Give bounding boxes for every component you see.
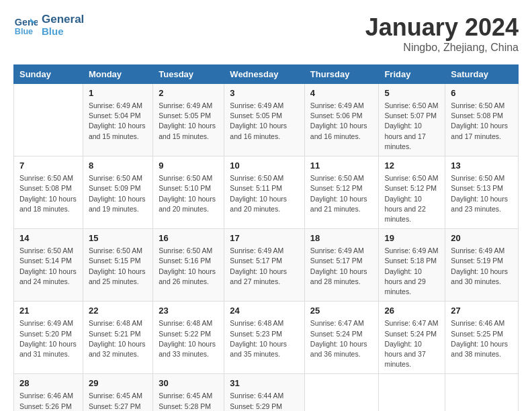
day-info: Sunrise: 6:50 AMSunset: 5:14 PMDaylight:… [19, 246, 77, 287]
day-info: Sunrise: 6:46 AMSunset: 5:25 PMDaylight:… [451, 318, 513, 359]
day-info: Sunrise: 6:50 AMSunset: 5:08 PMDaylight:… [19, 173, 77, 214]
header-sunday: Sunday [14, 65, 83, 84]
calendar-cell: 30Sunrise: 6:45 AMSunset: 5:28 PMDayligh… [153, 374, 224, 411]
day-info: Sunrise: 6:50 AMSunset: 5:12 PMDaylight:… [310, 173, 373, 214]
day-number: 10 [230, 161, 299, 171]
calendar-cell: 7Sunrise: 6:50 AMSunset: 5:08 PMDaylight… [14, 156, 83, 229]
calendar-cell: 31Sunrise: 6:44 AMSunset: 5:29 PMDayligh… [224, 374, 305, 411]
calendar-cell: 17Sunrise: 6:49 AMSunset: 5:17 PMDayligh… [224, 229, 305, 302]
main-title: January 2024 [365, 13, 519, 42]
calendar-cell: 3Sunrise: 6:49 AMSunset: 5:05 PMDaylight… [224, 84, 305, 156]
day-number: 22 [89, 306, 147, 316]
calendar-cell: 13Sunrise: 6:50 AMSunset: 5:13 PMDayligh… [445, 156, 519, 229]
calendar-cell: 12Sunrise: 6:50 AMSunset: 5:12 PMDayligh… [379, 156, 445, 229]
calendar-cell [304, 374, 379, 411]
calendar-header-row: SundayMondayTuesdayWednesdayThursdayFrid… [14, 65, 519, 84]
calendar-cell: 10Sunrise: 6:50 AMSunset: 5:11 PMDayligh… [224, 156, 305, 229]
header-friday: Friday [379, 65, 445, 84]
subtitle: Ningbo, Zhejiang, China [365, 42, 519, 54]
day-number: 19 [384, 233, 439, 243]
day-info: Sunrise: 6:49 AMSunset: 5:19 PMDaylight:… [451, 246, 513, 287]
day-info: Sunrise: 6:50 AMSunset: 5:16 PMDaylight:… [159, 246, 218, 287]
day-info: Sunrise: 6:47 AMSunset: 5:24 PMDaylight:… [384, 318, 439, 369]
day-number: 4 [310, 88, 373, 98]
day-number: 17 [230, 233, 299, 243]
calendar-cell: 20Sunrise: 6:49 AMSunset: 5:19 PMDayligh… [445, 229, 519, 302]
day-info: Sunrise: 6:47 AMSunset: 5:24 PMDaylight:… [310, 318, 373, 359]
calendar-cell: 8Sunrise: 6:50 AMSunset: 5:09 PMDaylight… [83, 156, 152, 229]
calendar-cell: 25Sunrise: 6:47 AMSunset: 5:24 PMDayligh… [304, 302, 379, 374]
day-info: Sunrise: 6:49 AMSunset: 5:05 PMDaylight:… [230, 101, 299, 142]
day-number: 26 [384, 306, 439, 316]
calendar-cell: 26Sunrise: 6:47 AMSunset: 5:24 PMDayligh… [379, 302, 445, 374]
day-info: Sunrise: 6:48 AMSunset: 5:21 PMDaylight:… [89, 318, 147, 359]
calendar-cell: 29Sunrise: 6:45 AMSunset: 5:27 PMDayligh… [83, 374, 152, 411]
day-number: 27 [451, 306, 513, 316]
calendar-cell: 2Sunrise: 6:49 AMSunset: 5:05 PMDaylight… [153, 84, 224, 156]
day-info: Sunrise: 6:49 AMSunset: 5:04 PMDaylight:… [89, 101, 147, 142]
day-number: 7 [19, 161, 77, 171]
day-info: Sunrise: 6:50 AMSunset: 5:15 PMDaylight:… [89, 246, 147, 287]
day-number: 12 [384, 161, 439, 171]
header-wednesday: Wednesday [224, 65, 305, 84]
day-info: Sunrise: 6:45 AMSunset: 5:28 PMDaylight:… [159, 391, 218, 411]
day-info: Sunrise: 6:50 AMSunset: 5:11 PMDaylight:… [230, 173, 299, 214]
calendar-cell: 28Sunrise: 6:46 AMSunset: 5:26 PMDayligh… [14, 374, 83, 411]
header-thursday: Thursday [304, 65, 379, 84]
day-info: Sunrise: 6:49 AMSunset: 5:17 PMDaylight:… [230, 246, 299, 287]
week-row-0: 1Sunrise: 6:49 AMSunset: 5:04 PMDaylight… [14, 84, 519, 156]
logo-icon: General Blue [13, 13, 38, 38]
day-info: Sunrise: 6:50 AMSunset: 5:13 PMDaylight:… [451, 173, 513, 214]
day-info: Sunrise: 6:49 AMSunset: 5:18 PMDaylight:… [384, 246, 439, 297]
calendar-cell: 18Sunrise: 6:49 AMSunset: 5:17 PMDayligh… [304, 229, 379, 302]
calendar-cell: 1Sunrise: 6:49 AMSunset: 5:04 PMDaylight… [83, 84, 152, 156]
day-info: Sunrise: 6:45 AMSunset: 5:27 PMDaylight:… [89, 391, 147, 411]
calendar-cell: 9Sunrise: 6:50 AMSunset: 5:10 PMDaylight… [153, 156, 224, 229]
day-info: Sunrise: 6:44 AMSunset: 5:29 PMDaylight:… [230, 391, 299, 411]
week-row-4: 28Sunrise: 6:46 AMSunset: 5:26 PMDayligh… [14, 374, 519, 411]
day-number: 13 [451, 161, 513, 171]
day-info: Sunrise: 6:48 AMSunset: 5:22 PMDaylight:… [159, 318, 218, 359]
svg-text:Blue: Blue [15, 27, 33, 36]
week-row-1: 7Sunrise: 6:50 AMSunset: 5:08 PMDaylight… [14, 156, 519, 229]
calendar-cell: 5Sunrise: 6:50 AMSunset: 5:07 PMDaylight… [379, 84, 445, 156]
calendar-table: SundayMondayTuesdayWednesdayThursdayFrid… [13, 64, 519, 411]
week-row-2: 14Sunrise: 6:50 AMSunset: 5:14 PMDayligh… [14, 229, 519, 302]
header: General Blue General Blue January 2024 N… [13, 13, 519, 54]
day-number: 6 [451, 88, 513, 98]
calendar-cell: 23Sunrise: 6:48 AMSunset: 5:22 PMDayligh… [153, 302, 224, 374]
day-number: 9 [159, 161, 218, 171]
calendar-cell: 22Sunrise: 6:48 AMSunset: 5:21 PMDayligh… [83, 302, 152, 374]
day-number: 31 [230, 378, 299, 388]
calendar-cell: 6Sunrise: 6:50 AMSunset: 5:08 PMDaylight… [445, 84, 519, 156]
day-number: 21 [19, 306, 77, 316]
header-monday: Monday [83, 65, 152, 84]
header-tuesday: Tuesday [153, 65, 224, 84]
day-number: 28 [19, 378, 77, 388]
calendar-cell: 11Sunrise: 6:50 AMSunset: 5:12 PMDayligh… [304, 156, 379, 229]
day-number: 18 [310, 233, 373, 243]
day-info: Sunrise: 6:50 AMSunset: 5:12 PMDaylight:… [384, 173, 439, 224]
day-info: Sunrise: 6:48 AMSunset: 5:23 PMDaylight:… [230, 318, 299, 359]
calendar-cell: 14Sunrise: 6:50 AMSunset: 5:14 PMDayligh… [14, 229, 83, 302]
day-number: 2 [159, 88, 218, 98]
day-number: 24 [230, 306, 299, 316]
day-number: 14 [19, 233, 77, 243]
day-number: 1 [89, 88, 147, 98]
day-number: 23 [159, 306, 218, 316]
title-area: January 2024 Ningbo, Zhejiang, China [365, 13, 519, 54]
day-number: 29 [89, 378, 147, 388]
calendar-cell: 24Sunrise: 6:48 AMSunset: 5:23 PMDayligh… [224, 302, 305, 374]
day-info: Sunrise: 6:50 AMSunset: 5:07 PMDaylight:… [384, 101, 439, 152]
day-number: 25 [310, 306, 373, 316]
day-info: Sunrise: 6:50 AMSunset: 5:08 PMDaylight:… [451, 101, 513, 142]
logo: General Blue General Blue [13, 13, 84, 38]
day-info: Sunrise: 6:49 AMSunset: 5:17 PMDaylight:… [310, 246, 373, 287]
day-number: 5 [384, 88, 439, 98]
calendar-cell: 4Sunrise: 6:49 AMSunset: 5:06 PMDaylight… [304, 84, 379, 156]
logo-general: General [42, 13, 84, 26]
calendar-cell: 27Sunrise: 6:46 AMSunset: 5:25 PMDayligh… [445, 302, 519, 374]
day-number: 16 [159, 233, 218, 243]
day-info: Sunrise: 6:50 AMSunset: 5:10 PMDaylight:… [159, 173, 218, 214]
calendar-cell: 16Sunrise: 6:50 AMSunset: 5:16 PMDayligh… [153, 229, 224, 302]
